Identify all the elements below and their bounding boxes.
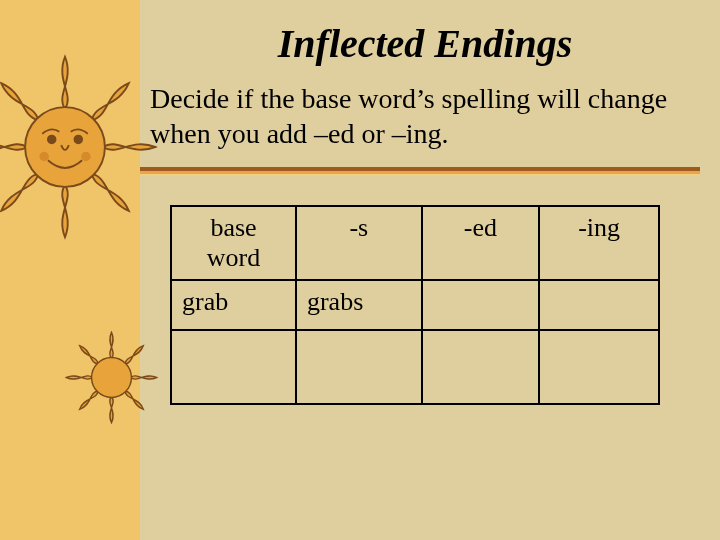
cell-ed bbox=[422, 280, 540, 330]
divider bbox=[150, 167, 700, 177]
svg-point-5 bbox=[92, 358, 132, 398]
slide-title: Inflected Endings bbox=[150, 20, 700, 67]
header-ing: -ing bbox=[539, 206, 659, 280]
header-s: -s bbox=[296, 206, 422, 280]
table-row: grab grabs bbox=[171, 280, 659, 330]
svg-point-1 bbox=[48, 136, 56, 144]
slide-subtitle: Decide if the base word’s spelling will … bbox=[150, 81, 700, 151]
sun-small-icon bbox=[64, 330, 159, 425]
svg-point-2 bbox=[75, 136, 83, 144]
header-ed: -ed bbox=[422, 206, 540, 280]
content-area: Inflected Endings Decide if the base wor… bbox=[150, 10, 700, 405]
sun-large-icon bbox=[0, 52, 160, 242]
svg-point-4 bbox=[81, 152, 91, 162]
header-base-word: base word bbox=[171, 206, 296, 280]
svg-point-3 bbox=[39, 152, 49, 162]
cell-empty bbox=[422, 330, 540, 404]
slide: Inflected Endings Decide if the base wor… bbox=[0, 0, 720, 540]
svg-point-0 bbox=[25, 107, 105, 187]
table-row bbox=[171, 330, 659, 404]
cell-ing bbox=[539, 280, 659, 330]
cell-base-word: grab bbox=[171, 280, 296, 330]
cell-empty bbox=[171, 330, 296, 404]
inflection-table: base word -s -ed -ing grab grabs bbox=[170, 205, 660, 405]
cell-s: grabs bbox=[296, 280, 422, 330]
cell-empty bbox=[296, 330, 422, 404]
table-header-row: base word -s -ed -ing bbox=[171, 206, 659, 280]
cell-empty bbox=[539, 330, 659, 404]
